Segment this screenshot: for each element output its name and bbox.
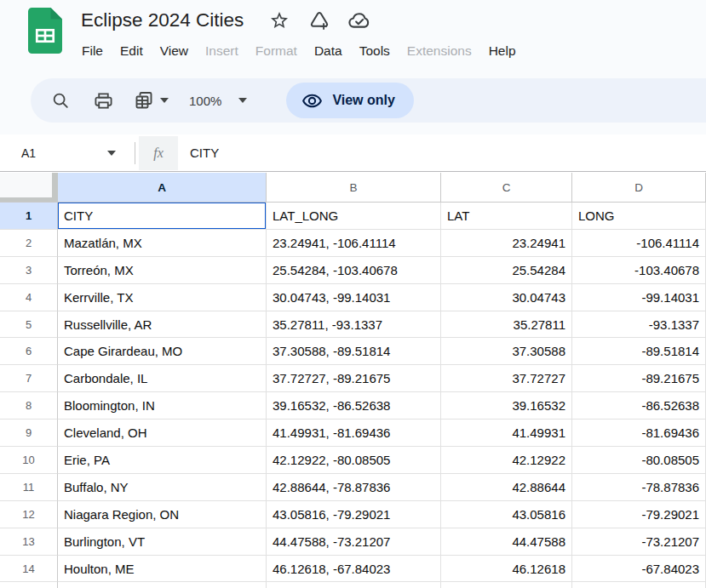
cell-partial-a[interactable]: [58, 582, 267, 588]
cell-a9-city[interactable]: Cleveland, OH: [58, 420, 267, 447]
cell-d5-long[interactable]: -93.1337: [572, 311, 706, 339]
cell-a10-city[interactable]: Erie, PA: [58, 447, 267, 474]
zoom-level[interactable]: 100%: [189, 94, 221, 108]
cell-d7-long[interactable]: -89.21675: [572, 365, 706, 392]
zoom-dropdown-caret[interactable]: [238, 98, 247, 103]
add-shortcut-icon[interactable]: [307, 8, 332, 33]
cell-d4-long[interactable]: -99.14031: [572, 284, 706, 311]
cell-a1-selected[interactable]: CITY: [58, 203, 267, 230]
column-header-d[interactable]: D: [572, 173, 706, 203]
cell-a6-city[interactable]: Cape Girardeau, MO: [58, 338, 267, 365]
row-header-5[interactable]: 5: [0, 311, 58, 339]
cell-a5-city[interactable]: Russellville, AR: [58, 311, 267, 339]
row-header-9[interactable]: 9: [0, 420, 58, 447]
cell-b9-latlong[interactable]: 41.49931, -81.69436: [267, 420, 441, 447]
cell-d8-long[interactable]: -86.52638: [572, 392, 706, 420]
cell-b5-latlong[interactable]: 35.27811, -93.1337: [267, 311, 441, 339]
cell-b3-latlong[interactable]: 25.54284, -103.40678: [267, 257, 441, 284]
cell-c8-lat[interactable]: 39.16532: [441, 392, 572, 420]
view-only-chip[interactable]: View only: [286, 83, 414, 118]
cell-b1[interactable]: LAT_LONG: [267, 203, 441, 230]
menu-item-view[interactable]: View: [152, 38, 197, 63]
cell-c7-lat[interactable]: 37.72727: [441, 365, 572, 392]
cell-c14-lat[interactable]: 46.12618: [441, 556, 572, 583]
cell-partial-d[interactable]: [572, 582, 706, 588]
menu-item-file[interactable]: File: [73, 38, 112, 63]
cell-c6-lat[interactable]: 37.30588: [441, 338, 572, 365]
row-header-10[interactable]: 10: [0, 447, 58, 474]
cell-name-box[interactable]: A1: [0, 146, 128, 160]
row-header-8[interactable]: 8: [0, 392, 58, 420]
formula-input[interactable]: CITY: [190, 146, 219, 160]
cell-b4-latlong[interactable]: 30.04743, -99.14031: [267, 284, 441, 311]
column-header-b[interactable]: B: [267, 173, 441, 203]
print-icon[interactable]: [94, 88, 113, 113]
cell-d1[interactable]: LONG: [572, 203, 706, 230]
cell-a3-city[interactable]: Torreón, MX: [58, 257, 267, 284]
select-all-corner[interactable]: [0, 173, 58, 203]
cell-c11-lat[interactable]: 42.88644: [441, 474, 572, 501]
menu-item-tools[interactable]: Tools: [351, 38, 399, 63]
sheet-copy-dropdown-caret[interactable]: [160, 98, 169, 103]
cell-a4-city[interactable]: Kerrville, TX: [58, 284, 267, 311]
cell-d3-long[interactable]: -103.40678: [572, 257, 706, 284]
menu-item-edit[interactable]: Edit: [112, 38, 152, 63]
cell-a8-city[interactable]: Bloomington, IN: [58, 392, 267, 420]
cell-b8-latlong[interactable]: 39.16532, -86.52638: [267, 392, 441, 420]
row-header-4[interactable]: 4: [0, 284, 58, 311]
cell-a2-city[interactable]: Mazatlán, MX: [58, 230, 267, 257]
cell-partial-c[interactable]: [441, 582, 572, 588]
cell-c9-lat[interactable]: 41.49931: [441, 420, 572, 447]
cell-c5-lat[interactable]: 35.27811: [441, 311, 572, 339]
cell-b10-latlong[interactable]: 42.12922, -80.08505: [267, 447, 441, 474]
cell-d9-long[interactable]: -81.69436: [572, 420, 706, 447]
row-header-6[interactable]: 6: [0, 338, 58, 365]
cell-d6-long[interactable]: -89.51814: [572, 338, 706, 365]
row-header-7[interactable]: 7: [0, 365, 58, 392]
cell-b11-latlong[interactable]: 42.88644, -78.87836: [267, 474, 441, 501]
cell-b12-latlong[interactable]: 43.05816, -79.29021: [267, 501, 441, 528]
cell-a14-city[interactable]: Houlton, ME: [58, 556, 267, 583]
cell-b2-latlong[interactable]: 23.24941, -106.41114: [267, 230, 441, 257]
star-icon[interactable]: [267, 8, 292, 33]
row-header-3[interactable]: 3: [0, 257, 58, 284]
cell-partial-b[interactable]: [267, 582, 441, 588]
cell-d11-long[interactable]: -78.87836: [572, 474, 706, 501]
row-header-14[interactable]: 14: [0, 556, 58, 583]
menu-item-help[interactable]: Help: [480, 38, 525, 63]
cell-b7-latlong[interactable]: 37.72727, -89.21675: [267, 365, 441, 392]
cell-c4-lat[interactable]: 30.04743: [441, 284, 572, 311]
sheets-logo-icon[interactable]: [28, 8, 62, 54]
cloud-status-icon[interactable]: [347, 8, 372, 33]
sheet-copy-icon[interactable]: [134, 88, 154, 113]
row-header-11[interactable]: 11: [0, 474, 58, 501]
row-header-12[interactable]: 12: [0, 501, 58, 528]
column-header-c[interactable]: C: [441, 173, 572, 203]
cell-d14-long[interactable]: -67.84023: [572, 556, 706, 583]
search-icon[interactable]: [51, 88, 70, 113]
cell-c13-lat[interactable]: 44.47588: [441, 528, 572, 556]
cell-b6-latlong[interactable]: 37.30588, -89.51814: [267, 338, 441, 365]
cell-d13-long[interactable]: -73.21207: [572, 528, 706, 556]
cell-c1[interactable]: LAT: [441, 203, 572, 230]
cell-a11-city[interactable]: Buffalo, NY: [58, 474, 267, 501]
cell-c12-lat[interactable]: 43.05816: [441, 501, 572, 528]
cell-c10-lat[interactable]: 42.12922: [441, 447, 572, 474]
row-header-1[interactable]: 1: [0, 203, 58, 230]
column-header-a[interactable]: A: [58, 173, 267, 203]
cell-a13-city[interactable]: Burlington, VT: [58, 528, 267, 556]
cell-d12-long[interactable]: -79.29021: [572, 501, 706, 528]
cell-a12-city[interactable]: Niagara Region, ON: [58, 501, 267, 528]
menu-item-data[interactable]: Data: [306, 38, 351, 63]
cell-d2-long[interactable]: -106.41114: [572, 230, 706, 257]
row-header-13[interactable]: 13: [0, 528, 58, 556]
row-header-partial[interactable]: [0, 582, 58, 588]
cell-c2-lat[interactable]: 23.24941: [441, 230, 572, 257]
cell-d10-long[interactable]: -80.08505: [572, 447, 706, 474]
cell-b13-latlong[interactable]: 44.47588, -73.21207: [267, 528, 441, 556]
cell-b14-latlong[interactable]: 46.12618, -67.84023: [267, 556, 441, 583]
cell-a7-city[interactable]: Carbondale, IL: [58, 365, 267, 392]
row-header-2[interactable]: 2: [0, 230, 58, 257]
document-title[interactable]: Eclipse 2024 Cities: [81, 9, 244, 31]
cell-c3-lat[interactable]: 25.54284: [441, 257, 572, 284]
